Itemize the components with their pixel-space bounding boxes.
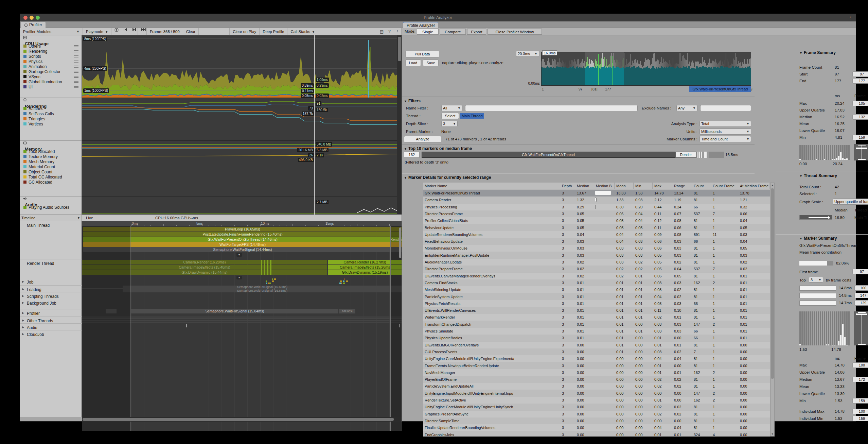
frame-jump-button[interactable]: 100 xyxy=(852,362,868,368)
frame-jump-button[interactable]: 100 xyxy=(852,409,868,414)
top-count-dropdown[interactable]: 3▼ xyxy=(809,277,823,283)
thread-row-loading[interactable]: ▶Loading xyxy=(20,286,82,292)
record-button[interactable] xyxy=(111,28,120,35)
marker-row[interactable]: Physics.Simulate30.010.010.010.030.03661… xyxy=(423,328,770,335)
frame-jump-button[interactable]: 147 xyxy=(854,293,868,298)
frame-jump-button[interactable]: 97 xyxy=(852,71,868,77)
audio-chart[interactable]: 2.7 MB xyxy=(82,197,397,215)
memory-chart[interactable]: 201.6 MB26496.0 KB340.8 MB5.3 MB2.1k xyxy=(82,141,397,197)
marker-row[interactable]: EnlightenRuntimeManager.PostUpdate30.030… xyxy=(423,252,770,259)
marker-row[interactable]: EndGraphicsJobs30.000.000.000.010.013244… xyxy=(423,431,770,437)
marker-row[interactable]: Director.PrepareFrame30.020.020.020.050.… xyxy=(423,266,770,272)
summary-divider[interactable] xyxy=(775,35,775,422)
analyze-button[interactable]: Analyze xyxy=(404,136,441,142)
chart-playhead[interactable] xyxy=(314,35,315,215)
marker-row[interactable]: GUI.ProcessEvents30.000.010.000.030.0271… xyxy=(423,348,770,355)
frame-jump-button[interactable]: 177 xyxy=(852,78,868,84)
column-header-count-frame[interactable]: Count Frame xyxy=(711,183,738,189)
frame-summary-header[interactable]: ▼Frame Summary xyxy=(799,50,836,55)
marker-row[interactable]: ParticleSystem.Update30.010.010.010.040.… xyxy=(423,293,770,300)
marker-row[interactable]: BehaviourUpdate30.050.050.050.110.068110… xyxy=(423,224,770,231)
rendering-chart[interactable]: 73157.7k91150.5k xyxy=(82,98,397,141)
column-header-range[interactable]: Range xyxy=(672,183,692,189)
kebab-menu-icon[interactable]: ⋮ xyxy=(393,29,402,34)
clear-button[interactable]: Clear xyxy=(183,28,199,35)
timeline-span[interactable]: Semaphore.WaitForSignal (15.04ms) xyxy=(131,309,338,313)
cpu-usage-chart[interactable]: 8ms (120FPS)4ms (250FPS)1ms (1000FPS)0.5… xyxy=(82,35,397,98)
thread-row-profiler[interactable]: ▶Profiler xyxy=(20,309,82,317)
marker-row[interactable]: UnityEngine.CoreModule.dll!UnityEngine.E… xyxy=(423,355,770,362)
mode-compare-button[interactable]: Compare xyxy=(440,29,466,35)
thread-row-scripting-threads[interactable]: ▶Scripting Threads xyxy=(20,292,82,299)
thread-row-job[interactable]: ▶Job xyxy=(20,278,82,286)
column-header-at-median-frame[interactable]: At Median Frame xyxy=(738,183,769,189)
drag-handle-icon[interactable] xyxy=(74,71,78,73)
drag-handle-icon[interactable] xyxy=(74,55,78,57)
tab-profile-analyzer[interactable]: Profile Analyzer xyxy=(403,22,438,28)
legend-item[interactable]: Global Illumination xyxy=(20,79,82,84)
column-header-median-b[interactable]: Median B xyxy=(594,183,615,189)
analysis-type-dropdown[interactable]: Total▼ xyxy=(699,121,751,127)
marker-row[interactable]: Director.SampleTime30.000.000.000.000.00… xyxy=(423,417,770,424)
help-icon[interactable]: ? xyxy=(386,29,393,34)
drag-handle-icon[interactable] xyxy=(74,81,78,83)
thread-row-render-thread[interactable]: Render Thread xyxy=(20,259,82,278)
table-scrollbar[interactable]: ▲ ▼ xyxy=(770,183,775,437)
timeline-span[interactable]: Semaphore.WaitForSignal (16.66ms) xyxy=(123,289,402,292)
timeline-view-dropdown[interactable]: Timeline▼ xyxy=(20,215,82,221)
call-stacks-dropdown[interactable]: Call Stacks▼ xyxy=(287,28,318,35)
frame-jump-button[interactable]: 159 xyxy=(852,135,868,140)
marker-row[interactable]: UIEvents.IMGUIRenderOverlays30.000.010.0… xyxy=(423,342,770,348)
legend-item[interactable]: Total GC Allocated xyxy=(20,174,82,180)
marker-row[interactable]: ParticleSystem.EndUpdateAll30.000.000.00… xyxy=(423,383,770,390)
expand-icon[interactable]: ▶ xyxy=(22,301,24,304)
legend-item[interactable]: Scripts xyxy=(20,54,82,59)
legend-item[interactable]: Total Allocated xyxy=(20,149,82,154)
marker-row[interactable]: NavMeshManager30.000.000.000.010.0116220… xyxy=(423,369,770,376)
legend-item[interactable]: SetPass Calls xyxy=(20,111,82,116)
module-header[interactable]: Rendering xyxy=(20,98,82,106)
current-frame-button[interactable] xyxy=(138,28,147,35)
marker-row[interactable]: FrameEvents.NewInputBeforeRenderUpdate30… xyxy=(423,362,770,369)
charts-scrollbar[interactable] xyxy=(397,35,402,215)
column-header-marker-name[interactable]: Marker Name xyxy=(423,183,560,189)
mode-single-button[interactable]: Single xyxy=(417,29,439,35)
marker-row[interactable]: FixedBehaviourUpdate30.030.040.030.060.0… xyxy=(423,238,770,245)
legend-item[interactable]: UI xyxy=(20,84,82,89)
frame-jump-button[interactable]: 132 xyxy=(852,114,868,120)
legend-item[interactable]: GC Allocated xyxy=(20,180,82,185)
timeline-span[interactable]: Semaphore.WaitForSignal (16.66ms) xyxy=(123,286,402,289)
top10-bar[interactable]: Gfx.WaitForPresentOnGfxThread Render xyxy=(422,152,723,158)
marker-row[interactable]: UnityEngine.CoreModule.dll!UnityEngine::… xyxy=(423,404,770,410)
column-header-max[interactable]: Max xyxy=(653,183,672,189)
timeline-ruler[interactable]: 0ms5ms10ms15ms xyxy=(82,221,402,226)
marker-row[interactable]: Physics.UpdateBodies30.010.010.000.010.0… xyxy=(423,335,770,341)
exclude-names-dropdown[interactable]: Any▼ xyxy=(676,105,697,111)
legend-item[interactable]: Material Count xyxy=(20,164,82,169)
pull-data-button[interactable]: Pull Data xyxy=(405,51,439,57)
marker-row[interactable]: Gfx.WaitForPresentOnGfxThread313.6713.33… xyxy=(423,190,770,197)
marker-row[interactable]: Physics.FetchResults30.010.010.010.030.0… xyxy=(423,300,770,307)
timeline-fragment[interactable]: aitForSi xyxy=(339,309,355,313)
legend-item[interactable]: Animation xyxy=(20,64,82,69)
drag-handle-icon[interactable] xyxy=(74,50,78,52)
marker-summary-header[interactable]: ▼Marker Summary xyxy=(799,236,837,241)
drag-handle-icon[interactable] xyxy=(74,45,78,47)
load-button[interactable]: Load xyxy=(405,59,421,66)
thread-row-other-threads[interactable]: ▶Other Threads xyxy=(20,317,82,324)
median-frame-index[interactable]: 132 xyxy=(404,152,420,158)
marker-details-header[interactable]: ▼Marker Details for currently selected r… xyxy=(404,175,491,180)
column-header-min[interactable]: Min xyxy=(634,183,653,189)
thread-range-slider[interactable] xyxy=(799,215,832,220)
frame-jump-button[interactable]: 97 xyxy=(852,269,868,274)
list-view-icon[interactable]: ▤ xyxy=(377,29,386,34)
thread-summary-header[interactable]: ▼Thread Summary xyxy=(799,173,837,178)
close-profiler-window-button[interactable]: Close Profiler Window xyxy=(488,29,542,35)
tab-profiler[interactable]: Profiler xyxy=(21,22,46,28)
timeline-vscrollbar[interactable] xyxy=(399,227,401,258)
legend-item[interactable]: GarbageCollector xyxy=(20,69,82,74)
frame-jump-button[interactable]: 159 xyxy=(852,398,868,404)
expand-icon[interactable]: ▶ xyxy=(22,280,24,283)
marker-row[interactable]: MeshSkinning.Update30.010.010.010.030.02… xyxy=(423,286,770,293)
legend-item[interactable]: Vertices xyxy=(20,121,82,126)
